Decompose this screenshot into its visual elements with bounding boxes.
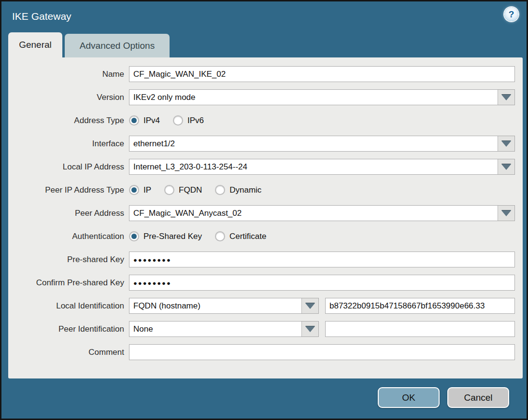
local-ip-address-row: Local IP Address Internet_L3_203-0-113-2… bbox=[8, 159, 523, 175]
radio-selected-icon[interactable] bbox=[129, 115, 139, 126]
local-identification-type-select[interactable]: FQDN (hostname) bbox=[129, 298, 319, 314]
confirm-pre-shared-key-row: Confirm Pre-shared Key bbox=[8, 275, 523, 291]
radio-option-dynamic-label: Dynamic bbox=[229, 185, 261, 195]
address-type-label: Address Type bbox=[8, 116, 129, 126]
radio-option-certificate-label: Certificate bbox=[229, 232, 267, 241]
local-ip-address-select-value: Internet_L3_203-0-113-254--24 bbox=[129, 159, 498, 174]
peer-ip-address-type-label: Peer IP Address Type bbox=[8, 185, 129, 195]
general-tab-panel: Name Version IKEv2 only mode Address Typ… bbox=[8, 57, 523, 378]
radio-option-ip[interactable]: IP bbox=[129, 185, 151, 195]
authentication-row: Authentication Pre-Shared Key Certificat… bbox=[8, 228, 523, 244]
interface-label: Interface bbox=[8, 139, 129, 149]
interface-row: Interface ethernet1/2 bbox=[8, 136, 523, 152]
chevron-down-icon bbox=[501, 141, 511, 147]
authentication-label: Authentication bbox=[8, 232, 129, 241]
chevron-down-icon bbox=[305, 326, 315, 332]
local-ip-address-label: Local IP Address bbox=[8, 162, 129, 172]
pre-shared-key-row: Pre-shared Key bbox=[8, 252, 523, 267]
version-row: Version IKEv2 only mode bbox=[8, 89, 523, 105]
cancel-button[interactable]: Cancel bbox=[447, 387, 509, 408]
name-row: Name bbox=[8, 66, 523, 82]
pre-shared-key-label: Pre-shared Key bbox=[8, 255, 129, 265]
radio-option-dynamic[interactable]: Dynamic bbox=[215, 185, 261, 195]
peer-address-dropdown-button[interactable] bbox=[498, 206, 514, 221]
interface-select[interactable]: ethernet1/2 bbox=[129, 136, 515, 152]
authentication-radio-group: Pre-Shared Key Certificate bbox=[129, 231, 266, 241]
radio-option-ipv6-label: IPv6 bbox=[187, 116, 204, 126]
comment-row: Comment bbox=[8, 344, 523, 360]
peer-identification-type-value: None bbox=[129, 322, 301, 336]
tab-general-label: General bbox=[19, 40, 52, 50]
peer-identification-label: Peer Identification bbox=[8, 324, 129, 334]
ok-button[interactable]: OK bbox=[378, 387, 440, 408]
chevron-down-icon bbox=[305, 303, 315, 309]
chevron-down-icon bbox=[501, 164, 511, 170]
radio-selected-icon[interactable] bbox=[129, 185, 139, 195]
dialog-footer: OK Cancel bbox=[378, 387, 509, 408]
local-ip-address-dropdown-button[interactable] bbox=[498, 159, 514, 174]
version-select-value: IKEv2 only mode bbox=[129, 90, 498, 105]
cancel-button-label: Cancel bbox=[464, 392, 492, 403]
radio-unselected-icon[interactable] bbox=[215, 231, 225, 241]
pre-shared-key-input[interactable] bbox=[129, 252, 515, 267]
radio-option-ip-label: IP bbox=[143, 185, 151, 195]
radio-option-ipv4-label: IPv4 bbox=[143, 116, 160, 126]
radio-option-fqdn[interactable]: FQDN bbox=[164, 185, 202, 195]
peer-address-select-value: CF_Magic_WAN_Anycast_02 bbox=[129, 206, 498, 221]
name-input[interactable] bbox=[129, 66, 515, 82]
tab-general[interactable]: General bbox=[8, 32, 62, 57]
version-select[interactable]: IKEv2 only mode bbox=[129, 89, 515, 105]
confirm-pre-shared-key-label: Confirm Pre-shared Key bbox=[8, 278, 129, 288]
interface-dropdown-button[interactable] bbox=[498, 136, 514, 151]
dialog-titlebar: IKE Gateway bbox=[1, 1, 527, 31]
help-icon[interactable]: ? bbox=[504, 7, 518, 21]
ok-button-label: OK bbox=[402, 392, 415, 403]
radio-option-certificate[interactable]: Certificate bbox=[215, 231, 267, 241]
peer-identification-dropdown-button[interactable] bbox=[301, 322, 318, 336]
peer-address-select[interactable]: CF_Magic_WAN_Anycast_02 bbox=[129, 205, 515, 221]
confirm-pre-shared-key-input[interactable] bbox=[129, 275, 515, 291]
peer-address-label: Peer Address bbox=[8, 209, 129, 218]
radio-option-ipv4[interactable]: IPv4 bbox=[129, 115, 160, 126]
peer-address-row: Peer Address CF_Magic_WAN_Anycast_02 bbox=[8, 205, 523, 221]
local-identification-value-input[interactable] bbox=[325, 298, 515, 314]
local-identification-dropdown-button[interactable] bbox=[301, 298, 318, 313]
local-ip-address-select[interactable]: Internet_L3_203-0-113-254--24 bbox=[129, 159, 515, 175]
peer-identification-value-input[interactable] bbox=[325, 321, 515, 337]
interface-select-value: ethernet1/2 bbox=[129, 136, 498, 151]
tab-advanced-options-label: Advanced Options bbox=[80, 41, 155, 51]
address-type-radio-group: IPv4 IPv6 bbox=[129, 115, 204, 126]
local-identification-type-value: FQDN (hostname) bbox=[129, 298, 301, 313]
chevron-down-icon bbox=[501, 210, 511, 216]
question-mark-glyph: ? bbox=[509, 9, 514, 20]
radio-unselected-icon[interactable] bbox=[215, 185, 225, 195]
chevron-down-icon bbox=[501, 95, 511, 100]
tab-bar: General Advanced Options bbox=[8, 32, 170, 57]
radio-option-ipv6[interactable]: IPv6 bbox=[173, 115, 204, 126]
comment-input[interactable] bbox=[129, 344, 515, 360]
radio-unselected-icon[interactable] bbox=[173, 115, 183, 126]
version-dropdown-button[interactable] bbox=[498, 90, 514, 105]
radio-selected-icon[interactable] bbox=[129, 231, 139, 241]
address-type-row: Address Type IPv4 IPv6 bbox=[8, 112, 523, 128]
comment-label: Comment bbox=[8, 348, 129, 357]
radio-option-pre-shared-key[interactable]: Pre-Shared Key bbox=[129, 231, 202, 241]
peer-ip-address-type-row: Peer IP Address Type IP FQDN Dynamic bbox=[8, 182, 523, 198]
peer-ip-address-type-radio-group: IP FQDN Dynamic bbox=[129, 185, 261, 195]
peer-identification-row: Peer Identification None bbox=[8, 321, 523, 337]
version-label: Version bbox=[8, 93, 129, 102]
local-identification-label: Local Identification bbox=[8, 301, 129, 311]
peer-identification-type-select[interactable]: None bbox=[129, 321, 319, 337]
name-label: Name bbox=[8, 70, 129, 79]
local-identification-row: Local Identification FQDN (hostname) bbox=[8, 298, 523, 314]
radio-option-fqdn-label: FQDN bbox=[179, 185, 202, 195]
radio-option-pre-shared-key-label: Pre-Shared Key bbox=[143, 232, 202, 241]
tab-advanced-options[interactable]: Advanced Options bbox=[65, 34, 170, 57]
radio-unselected-icon[interactable] bbox=[164, 185, 174, 195]
dialog-title: IKE Gateway bbox=[12, 11, 71, 22]
